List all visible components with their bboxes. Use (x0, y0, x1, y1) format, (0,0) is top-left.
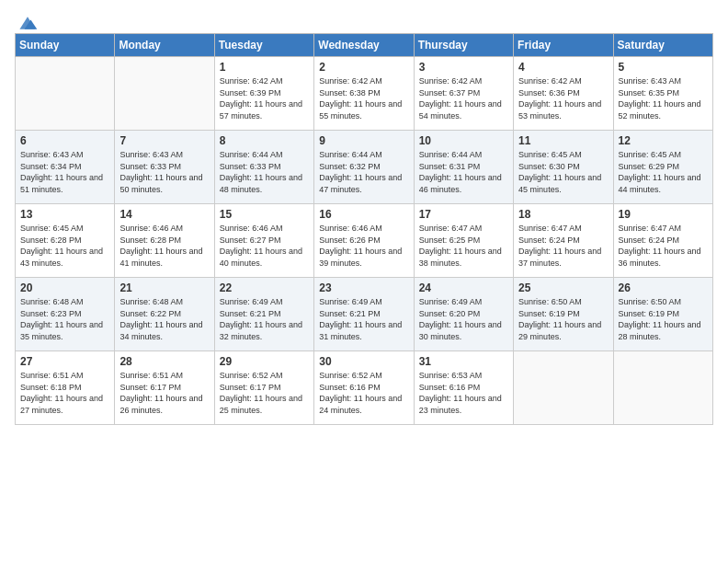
day-number: 1 (220, 61, 309, 74)
calendar-day-cell: 17Sunrise: 6:47 AMSunset: 6:25 PMDayligh… (414, 204, 513, 278)
day-number: 16 (319, 208, 408, 221)
day-header-sunday: Sunday (16, 34, 115, 57)
day-info: Sunrise: 6:44 AMSunset: 6:32 PMDaylight:… (319, 149, 408, 195)
calendar-day-cell: 15Sunrise: 6:46 AMSunset: 6:27 PMDayligh… (214, 204, 313, 278)
calendar-week-row: 13Sunrise: 6:45 AMSunset: 6:28 PMDayligh… (16, 204, 713, 278)
day-info: Sunrise: 6:53 AMSunset: 6:16 PMDaylight:… (419, 370, 508, 416)
day-info: Sunrise: 6:52 AMSunset: 6:17 PMDaylight:… (220, 370, 309, 416)
day-info: Sunrise: 6:42 AMSunset: 6:38 PMDaylight:… (319, 75, 408, 121)
day-info: Sunrise: 6:43 AMSunset: 6:33 PMDaylight:… (119, 149, 209, 195)
day-number: 13 (20, 208, 109, 221)
day-info: Sunrise: 6:50 AMSunset: 6:19 PMDaylight:… (518, 296, 608, 342)
calendar-day-cell: 16Sunrise: 6:46 AMSunset: 6:26 PMDayligh… (314, 204, 414, 278)
calendar-day-cell: 14Sunrise: 6:46 AMSunset: 6:28 PMDayligh… (115, 204, 214, 278)
day-number: 20 (20, 282, 109, 294)
day-number: 24 (419, 282, 508, 294)
day-info: Sunrise: 6:43 AMSunset: 6:35 PMDaylight:… (619, 75, 708, 121)
day-number: 5 (619, 61, 708, 74)
day-number: 12 (619, 134, 708, 147)
day-info: Sunrise: 6:45 AMSunset: 6:28 PMDaylight:… (20, 223, 109, 269)
day-number: 25 (518, 282, 608, 294)
day-info: Sunrise: 6:44 AMSunset: 6:31 PMDaylight:… (419, 149, 508, 195)
day-header-saturday: Saturday (613, 34, 712, 57)
calendar-week-row: 27Sunrise: 6:51 AMSunset: 6:18 PMDayligh… (16, 351, 713, 425)
day-info: Sunrise: 6:48 AMSunset: 6:22 PMDaylight:… (119, 296, 209, 342)
day-header-friday: Friday (514, 34, 613, 57)
day-info: Sunrise: 6:52 AMSunset: 6:16 PMDaylight:… (319, 370, 408, 416)
calendar-day-cell: 20Sunrise: 6:48 AMSunset: 6:23 PMDayligh… (16, 278, 115, 351)
day-number: 11 (518, 134, 608, 147)
day-number: 30 (319, 355, 408, 368)
calendar-day-cell: 23Sunrise: 6:49 AMSunset: 6:21 PMDayligh… (314, 278, 414, 351)
day-info: Sunrise: 6:43 AMSunset: 6:34 PMDaylight:… (20, 149, 109, 195)
calendar-day-cell: 8Sunrise: 6:44 AMSunset: 6:33 PMDaylight… (214, 131, 313, 204)
day-number: 18 (518, 208, 608, 221)
day-header-monday: Monday (115, 34, 214, 57)
day-info: Sunrise: 6:49 AMSunset: 6:21 PMDaylight:… (220, 296, 309, 342)
day-number: 31 (419, 355, 508, 368)
day-number: 14 (119, 208, 209, 221)
day-info: Sunrise: 6:42 AMSunset: 6:39 PMDaylight:… (220, 75, 309, 121)
day-info: Sunrise: 6:50 AMSunset: 6:19 PMDaylight:… (619, 296, 708, 342)
calendar-header-row: SundayMondayTuesdayWednesdayThursdayFrid… (16, 34, 713, 57)
calendar-day-cell: 22Sunrise: 6:49 AMSunset: 6:21 PMDayligh… (214, 278, 313, 351)
day-number: 6 (20, 134, 109, 147)
day-info: Sunrise: 6:47 AMSunset: 6:24 PMDaylight:… (619, 223, 708, 269)
day-header-thursday: Thursday (414, 34, 513, 57)
day-info: Sunrise: 6:45 AMSunset: 6:29 PMDaylight:… (619, 149, 708, 195)
calendar-day-cell: 11Sunrise: 6:45 AMSunset: 6:30 PMDayligh… (514, 131, 613, 204)
calendar-day-cell: 7Sunrise: 6:43 AMSunset: 6:33 PMDaylight… (115, 131, 214, 204)
calendar-day-cell: 21Sunrise: 6:48 AMSunset: 6:22 PMDayligh… (115, 278, 214, 351)
day-info: Sunrise: 6:46 AMSunset: 6:26 PMDaylight:… (319, 223, 408, 269)
day-info: Sunrise: 6:49 AMSunset: 6:21 PMDaylight:… (319, 296, 408, 342)
day-info: Sunrise: 6:47 AMSunset: 6:24 PMDaylight:… (518, 223, 608, 269)
calendar-day-cell: 26Sunrise: 6:50 AMSunset: 6:19 PMDayligh… (613, 278, 712, 351)
page-header (15, 15, 713, 26)
calendar-table: SundayMondayTuesdayWednesdayThursdayFrid… (15, 33, 713, 425)
day-info: Sunrise: 6:45 AMSunset: 6:30 PMDaylight:… (518, 149, 608, 195)
day-info: Sunrise: 6:51 AMSunset: 6:17 PMDaylight:… (119, 370, 209, 416)
day-number: 22 (220, 282, 309, 294)
day-info: Sunrise: 6:46 AMSunset: 6:28 PMDaylight:… (119, 223, 209, 269)
day-number: 17 (419, 208, 508, 221)
calendar-day-cell (115, 57, 214, 131)
day-info: Sunrise: 6:47 AMSunset: 6:25 PMDaylight:… (419, 223, 508, 269)
day-number: 29 (220, 355, 309, 368)
day-number: 23 (319, 282, 408, 294)
day-number: 27 (20, 355, 109, 368)
calendar-day-cell: 13Sunrise: 6:45 AMSunset: 6:28 PMDayligh… (16, 204, 115, 278)
calendar-week-row: 1Sunrise: 6:42 AMSunset: 6:39 PMDaylight… (16, 57, 713, 131)
calendar-day-cell: 6Sunrise: 6:43 AMSunset: 6:34 PMDaylight… (16, 131, 115, 204)
calendar-day-cell: 5Sunrise: 6:43 AMSunset: 6:35 PMDaylight… (613, 57, 712, 131)
calendar-week-row: 20Sunrise: 6:48 AMSunset: 6:23 PMDayligh… (16, 278, 713, 351)
calendar-day-cell: 29Sunrise: 6:52 AMSunset: 6:17 PMDayligh… (214, 351, 313, 425)
calendar-day-cell: 1Sunrise: 6:42 AMSunset: 6:39 PMDaylight… (214, 57, 313, 131)
calendar-day-cell: 30Sunrise: 6:52 AMSunset: 6:16 PMDayligh… (314, 351, 414, 425)
day-info: Sunrise: 6:48 AMSunset: 6:23 PMDaylight:… (20, 296, 109, 342)
day-number: 21 (119, 282, 209, 294)
day-number: 26 (619, 282, 708, 294)
day-number: 7 (119, 134, 209, 147)
day-info: Sunrise: 6:42 AMSunset: 6:36 PMDaylight:… (518, 75, 608, 121)
calendar-day-cell: 18Sunrise: 6:47 AMSunset: 6:24 PMDayligh… (514, 204, 613, 278)
calendar-day-cell: 12Sunrise: 6:45 AMSunset: 6:29 PMDayligh… (613, 131, 712, 204)
calendar-day-cell: 2Sunrise: 6:42 AMSunset: 6:38 PMDaylight… (314, 57, 414, 131)
day-info: Sunrise: 6:51 AMSunset: 6:18 PMDaylight:… (20, 370, 109, 416)
day-info: Sunrise: 6:46 AMSunset: 6:27 PMDaylight:… (220, 223, 309, 269)
logo-icon (17, 15, 39, 31)
calendar-day-cell: 9Sunrise: 6:44 AMSunset: 6:32 PMDaylight… (314, 131, 414, 204)
calendar-day-cell: 19Sunrise: 6:47 AMSunset: 6:24 PMDayligh… (613, 204, 712, 278)
calendar-day-cell: 10Sunrise: 6:44 AMSunset: 6:31 PMDayligh… (414, 131, 513, 204)
calendar-day-cell: 25Sunrise: 6:50 AMSunset: 6:19 PMDayligh… (514, 278, 613, 351)
day-number: 8 (220, 134, 309, 147)
calendar-day-cell: 28Sunrise: 6:51 AMSunset: 6:17 PMDayligh… (115, 351, 214, 425)
calendar-day-cell: 24Sunrise: 6:49 AMSunset: 6:20 PMDayligh… (414, 278, 513, 351)
day-number: 2 (319, 61, 408, 74)
day-number: 3 (419, 61, 508, 74)
day-number: 10 (419, 134, 508, 147)
calendar-day-cell (16, 57, 115, 131)
day-number: 19 (619, 208, 708, 221)
calendar-day-cell: 4Sunrise: 6:42 AMSunset: 6:36 PMDaylight… (514, 57, 613, 131)
day-number: 9 (319, 134, 408, 147)
day-number: 4 (518, 61, 608, 74)
